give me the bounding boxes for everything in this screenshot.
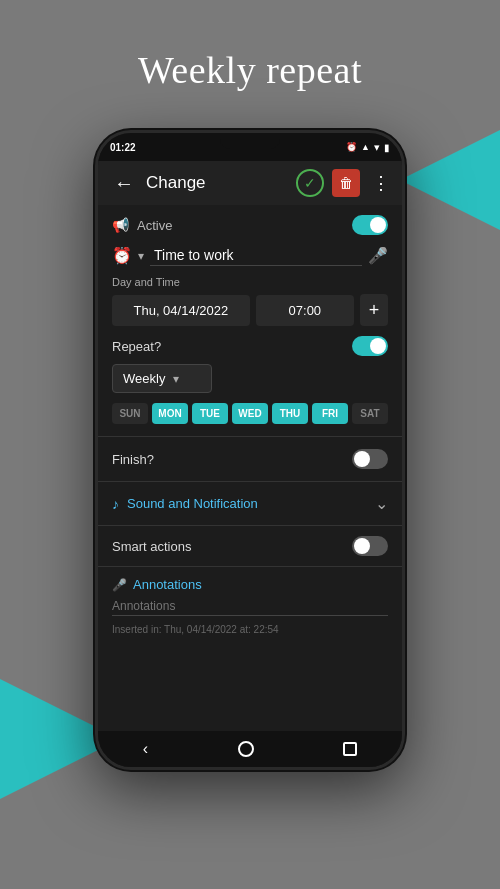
signal-icon: ▲ xyxy=(361,142,370,152)
repeat-toggle[interactable] xyxy=(352,336,388,356)
datetime-row: Thu, 04/14/2022 07:00 + xyxy=(98,290,402,330)
finish-toggle[interactable] xyxy=(352,449,388,469)
smart-actions-toggle[interactable] xyxy=(352,536,388,556)
day-sun[interactable]: SUN xyxy=(112,403,148,424)
alarm-status-icon: ⏰ xyxy=(346,142,357,152)
battery-icon: ▮ xyxy=(384,142,390,153)
weekly-select[interactable]: Weekly ▾ xyxy=(112,364,212,393)
active-left: 📢 Active xyxy=(112,217,172,233)
day-time-label: Day and Time xyxy=(98,272,402,290)
notch xyxy=(220,133,280,149)
trash-icon: 🗑 xyxy=(339,175,353,191)
bottom-nav: ‹ xyxy=(98,731,402,767)
plus-button[interactable]: + xyxy=(360,294,388,326)
divider-3 xyxy=(98,525,402,526)
alarm-icon: ⏰ xyxy=(112,246,132,265)
expand-icon[interactable]: ⌄ xyxy=(375,494,388,513)
alarm-row: ⏰ ▾ 🎤 xyxy=(98,239,402,272)
active-toggle[interactable] xyxy=(352,215,388,235)
music-icon: ♪ xyxy=(112,496,119,512)
check-icon: ✓ xyxy=(304,175,316,191)
annotations-input[interactable] xyxy=(112,597,388,616)
status-icons: ⏰ ▲ ▾ ▮ xyxy=(346,141,390,154)
toolbar-actions: ✓ 🗑 ⋮ xyxy=(296,169,394,197)
alarm-name-input[interactable] xyxy=(150,245,362,266)
repeat-row: Repeat? xyxy=(98,330,402,362)
weekly-select-arrow-icon: ▾ xyxy=(173,372,179,386)
day-tue[interactable]: TUE xyxy=(192,403,228,424)
sound-label: Sound and Notification xyxy=(127,496,258,511)
speaker-icon: 📢 xyxy=(112,217,129,233)
page-title: Weekly repeat xyxy=(0,48,500,92)
repeat-label: Repeat? xyxy=(112,339,161,354)
teal-decoration-top xyxy=(400,120,500,240)
sound-row[interactable]: ♪ Sound and Notification ⌄ xyxy=(98,486,402,521)
day-wed[interactable]: WED xyxy=(232,403,268,424)
divider-1 xyxy=(98,436,402,437)
day-thu[interactable]: THU xyxy=(272,403,308,424)
nav-home-button[interactable] xyxy=(238,741,254,757)
sound-left: ♪ Sound and Notification xyxy=(112,496,258,512)
smart-actions-row: Smart actions xyxy=(98,530,402,562)
nav-recents-button[interactable] xyxy=(343,742,357,756)
divider-4 xyxy=(98,566,402,567)
wifi-icon: ▾ xyxy=(374,141,380,154)
status-time: 01:22 xyxy=(110,142,136,153)
mic-annotations-icon: 🎤 xyxy=(112,578,127,592)
day-sat[interactable]: SAT xyxy=(352,403,388,424)
scroll-content: 📢 Active ⏰ ▾ 🎤 Day and Time Thu, 04/14/2… xyxy=(98,205,402,731)
inserted-text: Inserted in: Thu, 04/14/2022 at: 22:54 xyxy=(98,618,402,641)
divider-2 xyxy=(98,481,402,482)
delete-button[interactable]: 🗑 xyxy=(332,169,360,197)
annotations-title: 🎤 Annotations xyxy=(112,577,388,592)
nav-back-button[interactable]: ‹ xyxy=(143,740,148,758)
screen: ← Change ✓ 🗑 ⋮ 📢 Active xyxy=(98,161,402,767)
annotations-label: Annotations xyxy=(133,577,202,592)
toolbar: ← Change ✓ 🗑 ⋮ xyxy=(98,161,402,205)
finish-label: Finish? xyxy=(112,452,154,467)
toolbar-title: Change xyxy=(142,173,296,193)
annotations-section: 🎤 Annotations xyxy=(98,571,402,618)
active-row: 📢 Active xyxy=(98,211,402,239)
active-label: Active xyxy=(137,218,172,233)
time-button[interactable]: 07:00 xyxy=(256,295,354,326)
weekly-row: Weekly ▾ xyxy=(98,362,402,399)
confirm-button[interactable]: ✓ xyxy=(296,169,324,197)
day-mon[interactable]: MON xyxy=(152,403,188,424)
weekly-label: Weekly xyxy=(123,371,165,386)
more-button[interactable]: ⋮ xyxy=(368,172,394,194)
phone-frame: 01:22 ⏰ ▲ ▾ ▮ ← Change ✓ 🗑 ⋮ xyxy=(95,130,405,770)
mic-icon[interactable]: 🎤 xyxy=(368,246,388,265)
dropdown-arrow-icon[interactable]: ▾ xyxy=(138,249,144,263)
smart-actions-label: Smart actions xyxy=(112,539,191,554)
finish-row: Finish? xyxy=(98,441,402,477)
days-row: SUN MON TUE WED THU FRI SAT xyxy=(98,399,402,432)
day-fri[interactable]: FRI xyxy=(312,403,348,424)
date-button[interactable]: Thu, 04/14/2022 xyxy=(112,295,250,326)
back-button[interactable]: ← xyxy=(106,172,142,195)
